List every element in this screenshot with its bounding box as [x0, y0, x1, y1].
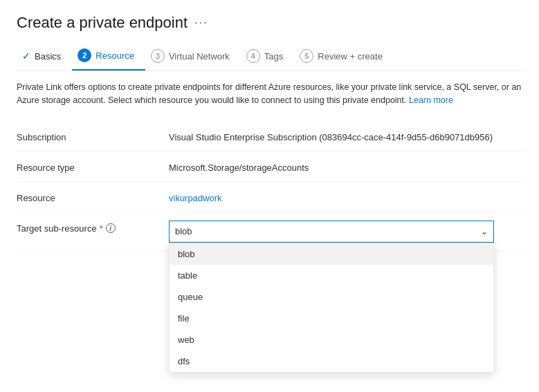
subscription-row: Subscription Visual Studio Enterprise Su…: [17, 121, 522, 151]
resource-label: Resource: [17, 190, 169, 203]
step-review-create[interactable]: 5 Review + create: [294, 44, 394, 70]
step-basics-label: Basics: [35, 51, 61, 62]
step-resource-label: Resource: [95, 50, 134, 61]
dropdown-item-dfs[interactable]: dfs: [170, 351, 493, 372]
learn-more-link[interactable]: Learn more: [409, 95, 453, 105]
resource-type-value: Microsoft.Storage/storageAccounts: [169, 160, 522, 173]
step-virtual-network[interactable]: 3 Virtual Network: [145, 44, 241, 70]
description-text: Private Link offers options to create pr…: [17, 81, 522, 107]
step-tags-label: Tags: [264, 51, 283, 62]
step-resource[interactable]: 2 Resource: [72, 43, 145, 71]
form: Subscription Visual Studio Enterprise Su…: [17, 121, 522, 252]
step-resource-circle: 2: [77, 48, 91, 62]
resource-value[interactable]: vikurpadwork: [169, 190, 522, 203]
step-virtual-network-circle: 3: [151, 49, 165, 63]
info-icon[interactable]: i: [106, 223, 116, 233]
resource-row: Resource vikurpadwork: [17, 182, 522, 212]
step-review-create-label: Review + create: [318, 51, 383, 62]
dropdown-item-web[interactable]: web: [170, 329, 493, 351]
dropdown-menu: blob table queue file web dfs: [169, 243, 494, 373]
required-marker: *: [100, 223, 103, 234]
subscription-value: Visual Studio Enterprise Subscription (0…: [169, 129, 522, 142]
target-sub-resource-dropdown-wrapper: blob ⌄ blob table queue file web dfs: [169, 221, 522, 243]
step-tags[interactable]: 4 Tags: [241, 44, 294, 70]
step-tags-circle: 4: [246, 49, 260, 63]
dropdown-item-blob[interactable]: blob: [170, 243, 493, 265]
target-sub-resource-dropdown[interactable]: blob ⌄: [169, 221, 494, 243]
dropdown-arrow-icon: ⌄: [481, 227, 488, 236]
target-sub-resource-row: Target sub-resource * i blob ⌄ blob tabl…: [17, 212, 522, 252]
dropdown-item-table[interactable]: table: [170, 265, 493, 286]
wizard-steps: ✓ Basics 2 Resource 3 Virtual Network 4 …: [17, 43, 522, 71]
page-title-ellipsis: ···: [194, 17, 208, 29]
step-virtual-network-label: Virtual Network: [169, 51, 230, 62]
page-title: Create a private endpoint: [17, 14, 188, 32]
dropdown-item-queue[interactable]: queue: [170, 286, 493, 308]
page-header: Create a private endpoint ···: [17, 14, 522, 32]
step-basics[interactable]: ✓ Basics: [17, 45, 72, 68]
target-sub-resource-label: Target sub-resource * i: [17, 221, 169, 234]
resource-type-row: Resource type Microsoft.Storage/storageA…: [17, 151, 522, 182]
step-basics-check: ✓: [22, 50, 30, 62]
subscription-label: Subscription: [17, 129, 169, 142]
resource-type-label: Resource type: [17, 160, 169, 173]
dropdown-selected-value: blob: [175, 226, 192, 236]
step-review-create-circle: 5: [300, 49, 313, 63]
dropdown-item-file[interactable]: file: [170, 308, 493, 329]
